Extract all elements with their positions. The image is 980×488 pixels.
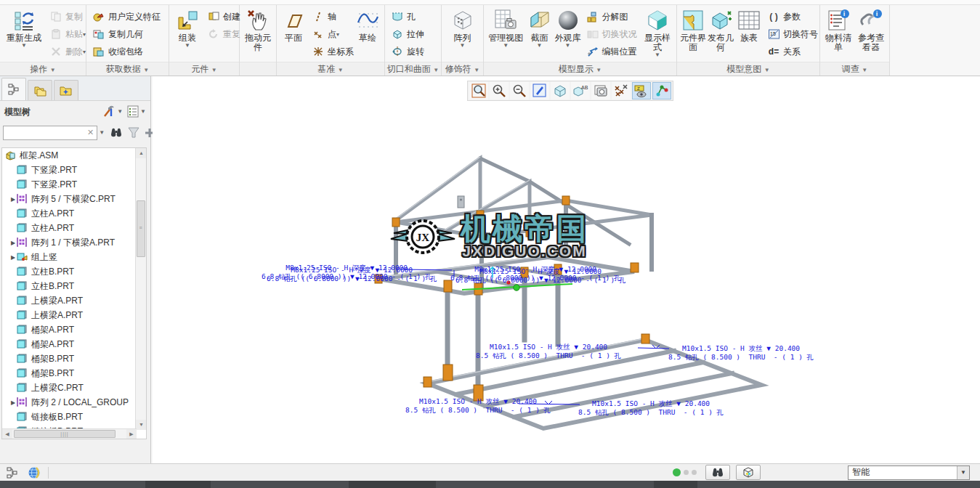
point-button[interactable]: 点 (309, 26, 352, 42)
tab-model-tree[interactable] (1, 78, 26, 100)
search-model-button[interactable] (705, 465, 730, 480)
section-dropdown[interactable]: ▼ (537, 43, 543, 49)
tree-item-9[interactable]: 立柱B.PRT (2, 279, 136, 293)
filter-funnel-button[interactable] (128, 127, 139, 138)
switch-state-button[interactable]: 切换状况 (584, 26, 640, 42)
toggle-browser-button[interactable] (25, 465, 44, 480)
tree-item-8[interactable]: 立柱B.PRT (2, 264, 136, 279)
switch-symbols-button[interactable]: 15切换符号 (765, 26, 816, 42)
tree-horizontal-scrollbar[interactable]: ◀ ▶ |||| (2, 428, 137, 439)
search-options-dropdown[interactable]: ▼ (99, 130, 105, 136)
tree-item-15[interactable]: 桶架B.PRT (2, 366, 136, 381)
manage-views-dropdown[interactable]: ▼ (503, 43, 509, 49)
revolve-button[interactable]: 旋转 (389, 44, 437, 60)
datum-display-button[interactable] (612, 82, 631, 99)
display-style-dropdown[interactable]: ▼ (655, 52, 660, 58)
csys-button[interactable]: 坐标系 (309, 44, 352, 60)
group-label-get-data[interactable]: 获取数据 ▼ (86, 62, 169, 76)
selection-filter-dropdown-icon[interactable]: ▼ (957, 466, 969, 479)
assembly-3d-model[interactable] (153, 76, 980, 463)
udf-button[interactable]: 用户定义特征 (90, 9, 164, 25)
horizontal-scroll-thumb[interactable]: |||| (14, 430, 116, 438)
assemble-button[interactable]: 组装 ▼ (171, 7, 203, 62)
tree-vertical-scrollbar[interactable]: ▲ ▼ ≡ (135, 148, 146, 430)
tree-item-1[interactable]: 下竖梁.PRT (2, 163, 136, 177)
tree-item-17[interactable]: ▶阵列 2 / LOCAL_GROUP (2, 395, 136, 410)
expand-arrow-icon[interactable]: ▶ (9, 196, 17, 203)
expand-arrow-icon[interactable]: ▶ (9, 240, 17, 246)
drag-component-button[interactable]: 拖动元件 (242, 7, 274, 62)
copy-geometry-button[interactable]: 复制几何 (90, 26, 164, 42)
search-clear-icon[interactable]: ✕ (87, 128, 94, 137)
zoom-fit-button[interactable] (469, 82, 488, 99)
group-label-datum[interactable]: 基准 ▼ (277, 62, 384, 76)
plane-button[interactable]: 平面 (279, 7, 308, 62)
select-items-button[interactable] (736, 465, 761, 480)
display-style-button[interactable] (551, 82, 570, 99)
zoom-out-button[interactable] (510, 82, 529, 99)
explode-button[interactable]: 分解图 (584, 9, 640, 25)
tree-item-7[interactable]: ▶组上竖 (2, 250, 136, 264)
manage-views-button[interactable]: 管理视图 ▼ (486, 7, 526, 62)
extrude-button[interactable]: 拉伸 (389, 26, 437, 42)
tree-tools-button[interactable]: ▼ (102, 105, 123, 118)
group-label-investigate[interactable]: 调查 ▼ (820, 62, 889, 76)
edit-position-button[interactable]: 编辑位置 (584, 44, 640, 60)
group-label-operations[interactable]: 操作 ▼ (0, 62, 86, 76)
sketch-button[interactable]: 草绘 (353, 7, 382, 62)
copy-button[interactable]: 复制 (47, 9, 82, 25)
tree-item-14[interactable]: 桶架B.PRT (2, 351, 136, 366)
tree-item-4[interactable]: 立柱A.PRT (2, 206, 136, 221)
group-label-component[interactable]: 元件 ▼ (169, 62, 239, 76)
parameters-button[interactable]: ( )参数 (765, 9, 816, 25)
tree-item-11[interactable]: 上横梁A.PRT (2, 308, 136, 322)
group-label-cut-surface[interactable]: 切口和曲面 ▼ (385, 62, 441, 76)
expand-arrow-icon[interactable]: ▶ (9, 254, 17, 261)
repeat-button[interactable]: 重复 (205, 26, 235, 42)
display-style-button[interactable]: 显示样式 ▼ (641, 7, 674, 62)
paste-button[interactable]: 粘贴 (47, 26, 82, 42)
scroll-left-button[interactable]: ◀ (2, 429, 12, 439)
axis-button[interactable]: 轴 (309, 9, 352, 25)
tab-favorites[interactable] (54, 80, 78, 100)
scroll-right-button[interactable]: ▶ (126, 429, 137, 439)
pattern-dropdown[interactable]: ▼ (460, 43, 466, 49)
tree-settings-button[interactable]: ▼ (127, 105, 146, 118)
component-interface-button[interactable]: 元件界面 (679, 7, 707, 62)
scroll-up-button[interactable]: ▲ (136, 148, 147, 158)
annotation-display-button[interactable]: Z (632, 82, 651, 99)
tree-item-18[interactable]: 链接板B.PRT (2, 410, 136, 424)
repaint-button[interactable] (530, 82, 549, 99)
group-label-model-intent[interactable]: 模型意图 ▼ (677, 62, 819, 76)
tree-item-root[interactable]: 框架.ASM (2, 148, 136, 163)
expand-arrow-icon[interactable]: ▶ (9, 399, 17, 406)
create-button[interactable]: 创建 (205, 9, 235, 25)
reference-viewer-button[interactable]: i 参考查看器 (854, 7, 888, 62)
tree-item-3[interactable]: ▶阵列 5 / 下横梁C.PRT (2, 192, 136, 206)
hole-button[interactable]: 孔 (389, 9, 437, 25)
graphics-area[interactable]: JX 机械帝国 JXDIGUO.COM ABZ M8x1.25 ISO - H … (153, 76, 980, 463)
bom-button[interactable]: i 物料清单 (822, 7, 854, 62)
selection-filter-combobox[interactable]: 智能 ▼ (848, 465, 970, 480)
family-table-button[interactable]: 族表 (734, 7, 764, 62)
tree-item-6[interactable]: ▶阵列 1 / 下横梁A.PRT (2, 235, 136, 250)
regenerate-button[interactable]: 重新生成 ▼ (2, 7, 46, 62)
scroll-down-button[interactable]: ▼ (136, 420, 147, 430)
tree-item-12[interactable]: 桶架A.PRT (2, 322, 136, 337)
capture-button[interactable] (591, 82, 610, 99)
group-label-model-display[interactable]: 模型显示 ▼ (484, 62, 676, 76)
relations-button[interactable]: d=关系 (765, 44, 816, 60)
spin-center-button[interactable] (652, 82, 671, 99)
vertical-scroll-thumb[interactable]: ≡ (137, 200, 145, 257)
regenerate-dropdown[interactable]: ▼ (21, 43, 27, 49)
toggle-navigator-button[interactable] (3, 465, 22, 480)
tree-item-16[interactable]: 上横梁C.PRT (2, 381, 136, 395)
find-binoculars-button[interactable] (110, 127, 123, 138)
zoom-in-button[interactable] (490, 82, 509, 99)
pattern-button[interactable]: 阵列 ▼ (445, 7, 480, 62)
tree-search-input[interactable] (3, 126, 97, 140)
delete-button[interactable]: 删除 (47, 44, 82, 60)
tree-item-5[interactable]: 立柱A.PRT (2, 221, 136, 235)
section-button[interactable]: 截面 ▼ (526, 7, 554, 62)
tree-item-2[interactable]: 下竖梁.PRT (2, 177, 136, 192)
